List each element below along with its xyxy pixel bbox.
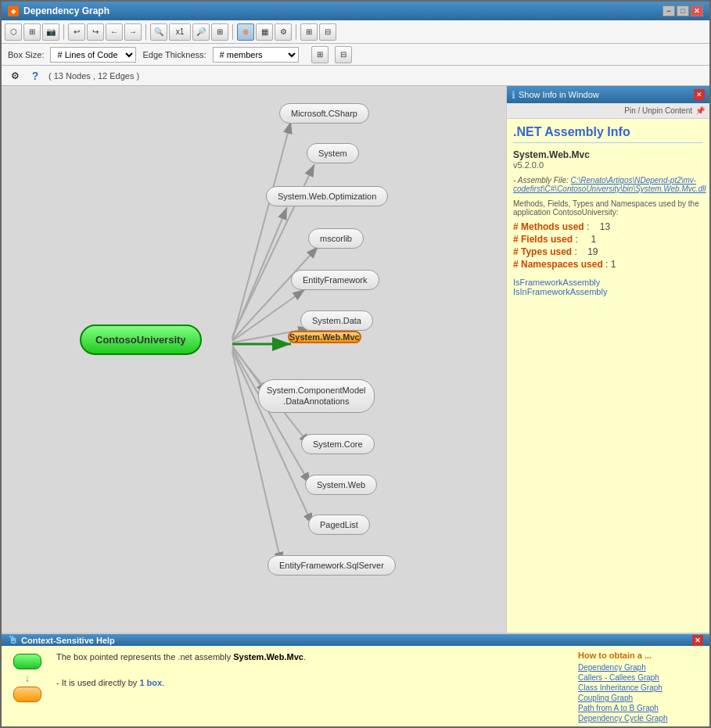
context-help-text: The box pointed represents the .net asse… xyxy=(56,651,569,724)
namespaces-stat: # Namespaces used : 1 xyxy=(513,259,703,270)
fields-separator: : xyxy=(575,234,588,245)
box-size-select[interactable]: # Lines of Code xyxy=(50,47,136,63)
help-used-by-text: - It is used directly by xyxy=(56,678,139,687)
fields-value: 1 xyxy=(591,234,596,245)
box-size-label: Box Size: xyxy=(8,50,44,59)
node-system-core[interactable]: System.Core xyxy=(301,434,375,454)
info-subheader: Pin / Unpin Content 📌 xyxy=(507,103,709,119)
toolbar-btn-zoom-reset[interactable]: x1 xyxy=(169,23,191,41)
help-text-before: The box pointed represents the .net asse… xyxy=(56,652,233,662)
graph-stats: ( 13 Nodes , 12 Edges ) xyxy=(48,71,139,81)
toolbar-btn-export[interactable]: ⊞ xyxy=(300,23,318,41)
toolbar-btn-undo[interactable]: ↩ xyxy=(68,23,85,41)
help-assembly-name: System.Web.Mvc xyxy=(233,652,303,662)
graph-panel: ContosoUniversity Microsoft.CSharp Syste… xyxy=(2,86,506,633)
pin-label: Pin / Unpin Content xyxy=(624,106,692,115)
mini-arrow: ↓ xyxy=(25,672,31,683)
toolbar-btn-hierarchy[interactable]: ⊟ xyxy=(319,23,336,41)
main-window: ◈ Dependency Graph − □ ✕ ⬡ ⊞ 📷 ↩ ↪ ← → 🔍… xyxy=(0,0,711,728)
assembly-file-label: - Assembly File: xyxy=(513,176,571,185)
context-help-links: How to obtain a ... Dependency Graph Cal… xyxy=(578,651,703,724)
help-icon[interactable]: ? xyxy=(28,69,42,83)
export-btn[interactable]: ⊞ xyxy=(311,46,329,63)
methods-separator: : xyxy=(587,221,597,232)
node-system-data[interactable]: System.Data xyxy=(300,310,373,331)
methods-value: 13 xyxy=(600,221,610,232)
context-help-title: Context-Sensitive Help xyxy=(21,636,115,645)
toolbar-btn-back[interactable]: ← xyxy=(106,23,123,41)
node-label-contoso: ContosoUniversity xyxy=(95,334,186,346)
link-coupling-graph[interactable]: Coupling Graph xyxy=(578,694,703,702)
target-node-mini xyxy=(13,687,41,702)
minimize-button[interactable]: − xyxy=(663,5,675,16)
toolbar-btn-center[interactable]: ⊕ xyxy=(237,23,254,41)
svg-line-12 xyxy=(232,350,313,525)
toolbar-btn-redo[interactable]: ↪ xyxy=(87,23,104,41)
node-system-web-opt[interactable]: System.Web.Optimization xyxy=(266,186,388,206)
separator-2 xyxy=(145,24,146,40)
info-header-title: Show Info in Window xyxy=(519,90,691,99)
node-label-paged-list: PagedList xyxy=(320,520,358,529)
node-label-system: System xyxy=(318,149,347,158)
methods-stat: # Methods used : 13 xyxy=(513,221,703,232)
node-system-comp[interactable]: System.ComponentModel.DataAnnotations xyxy=(258,379,375,413)
node-label-ef: EntityFramework xyxy=(303,275,368,285)
types-value: 19 xyxy=(587,246,598,257)
options-bar: Box Size: # Lines of Code Edge Thickness… xyxy=(2,44,709,66)
settings-icon[interactable]: ⚙ xyxy=(8,69,22,83)
toolbar-btn-fit[interactable]: ⊞ xyxy=(211,23,228,41)
toolbar-btn-options[interactable]: ⚙ xyxy=(275,23,292,41)
assembly-name: System.Web.Mvc xyxy=(513,149,703,160)
window-title: Dependency Graph xyxy=(23,5,663,16)
separator-3 xyxy=(232,24,233,40)
node-paged-list[interactable]: PagedList xyxy=(308,515,370,535)
toolbar-btn-camera[interactable]: 📷 xyxy=(42,23,59,41)
node-mscorlib[interactable]: mscorlib xyxy=(308,228,364,249)
context-help-panel: 🖱 Context-Sensitive Help ✕ ↓ The box poi… xyxy=(2,633,709,726)
info-content: .NET Assembly Info System.Web.Mvc v5.2.0… xyxy=(507,119,709,633)
assembly-file: - Assembly File: C:\Renato\Artigos\NDepe… xyxy=(513,176,703,193)
toolbar-btn-layout[interactable]: ⬡ xyxy=(5,23,22,41)
link-callers-callees[interactable]: Callers - Callees Graph xyxy=(578,673,703,682)
node-microsoft-csharp[interactable]: Microsoft.CSharp xyxy=(279,103,369,124)
node-contoso-university[interactable]: ContosoUniversity xyxy=(80,325,202,355)
title-bar: ◈ Dependency Graph − □ ✕ xyxy=(2,2,709,20)
node-system-web[interactable]: System.Web xyxy=(305,475,377,495)
maximize-button[interactable]: □ xyxy=(677,5,689,16)
namespaces-separator: : xyxy=(605,259,611,270)
node-system-web-mvc[interactable]: System.Web.Mvc xyxy=(288,331,361,343)
node-ef-sqlserver[interactable]: EntityFramework.SqlServer xyxy=(268,555,396,576)
context-help-body: ↓ The box pointed represents the .net as… xyxy=(2,646,709,728)
graph-canvas[interactable]: ContosoUniversity Microsoft.CSharp Syste… xyxy=(2,86,506,633)
info-panel-header: ℹ Show Info in Window ✕ xyxy=(507,86,709,103)
context-help-close-button[interactable]: ✕ xyxy=(692,635,703,646)
hierarchy-btn[interactable]: ⊟ xyxy=(335,46,352,63)
flag1: IsFrameworkAssembly xyxy=(513,278,703,287)
toolbar-btn-layout2[interactable]: ▦ xyxy=(256,23,273,41)
node-label-mvc: System.Web.Mvc xyxy=(289,332,360,342)
link-dep-cycle[interactable]: Dependency Cycle Graph xyxy=(578,714,703,723)
node-system[interactable]: System xyxy=(307,143,359,163)
node-label-web-opt: System.Web.Optimization xyxy=(278,192,376,201)
toolbar-btn-zoom-in[interactable]: 🔎 xyxy=(192,23,210,41)
node-label-system-core: System.Core xyxy=(313,439,363,449)
link-dependency-graph[interactable]: Dependency Graph xyxy=(578,663,703,672)
close-button[interactable]: ✕ xyxy=(691,5,703,16)
status-bar: ⚙ ? ( 13 Nodes , 12 Edges ) xyxy=(2,66,709,86)
separator-1 xyxy=(63,24,64,40)
toolbar-btn-forward[interactable]: → xyxy=(124,23,142,41)
link-path-ab[interactable]: Path from A to B Graph xyxy=(578,704,703,712)
node-entity-framework[interactable]: EntityFramework xyxy=(291,270,379,290)
toolbar-btn-grid[interactable]: ⊞ xyxy=(23,23,41,41)
info-close-button[interactable]: ✕ xyxy=(694,89,705,100)
pin-icon[interactable]: 📌 xyxy=(695,106,705,115)
node-label-mscorlib: mscorlib xyxy=(320,234,352,243)
toolbar-btn-zoom-out[interactable]: 🔍 xyxy=(150,23,167,41)
info-panel: ℹ Show Info in Window ✕ Pin / Unpin Cont… xyxy=(506,86,709,633)
node-label-ef-sql: EntityFramework.SqlServer xyxy=(279,561,384,570)
types-separator: : xyxy=(574,246,584,257)
edge-thickness-select[interactable]: # members xyxy=(213,47,299,63)
link-class-inheritance[interactable]: Class Inheritance Graph xyxy=(578,683,703,692)
info-section-title: .NET Assembly Info xyxy=(513,125,703,143)
node-label-system-data: System.Data xyxy=(312,316,361,325)
